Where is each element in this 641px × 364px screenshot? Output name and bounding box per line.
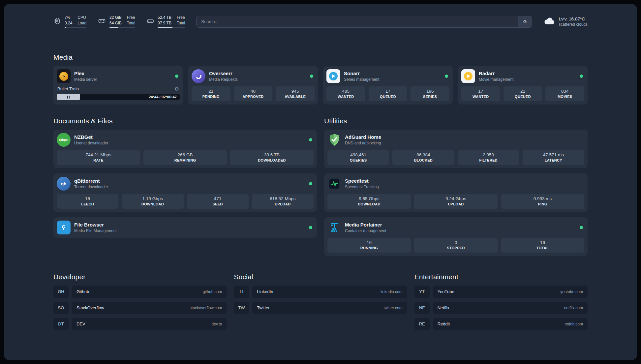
search-provider-button[interactable]: G [518, 16, 532, 27]
service-name: NZBGet [74, 134, 108, 140]
stat-queries: 498,461 QUERIES [327, 150, 389, 165]
bookmark-name: StackOverflow [76, 305, 186, 310]
service-card-nzbget[interactable]: nzbget NZBGet Usenet downloader 744.21 M… [53, 130, 317, 168]
nzbget-icon: nzbget [57, 133, 71, 147]
search-bar: G [196, 16, 532, 28]
service-card-qbittorrent[interactable]: qb qBittorrent Torrent downloader 16 LEE… [53, 173, 317, 212]
stat-blocked: 86,384 BLOCKED [392, 150, 454, 165]
service-card-filebrowser[interactable]: File Browser Media File Management [53, 217, 317, 238]
bookmark-name: Twitter [257, 305, 380, 310]
status-dot [310, 75, 313, 78]
memory-widget: 22 GiB 64 GiB Free Total [98, 15, 135, 28]
bookmark-github[interactable]: GH Github github.com [53, 286, 227, 298]
weather-condition: scattered clouds [559, 22, 588, 27]
search-input[interactable] [197, 16, 518, 27]
bookmark-domain: stackoverflow.com [190, 306, 222, 310]
cpu-load-label: Load [77, 21, 86, 26]
memory-progress-bar [109, 27, 135, 28]
section-title-utilities: Utilities [324, 117, 588, 125]
service-description: Speedtest Tracking [345, 185, 379, 189]
service-name: Radarr [479, 71, 513, 76]
service-card-adguard[interactable]: AdGuard Home DNS and adblocking 498,461 … [324, 130, 588, 168]
service-description: Media File Management [74, 228, 117, 233]
bookmark-abbr: YT [414, 286, 430, 298]
bookmark-linkedin[interactable]: LI LinkedIn linkedin.com [234, 286, 407, 298]
service-name: Sonarr [344, 71, 379, 76]
stat-leech: 16 LEECH [57, 194, 118, 209]
bookmark-name: Github [76, 289, 199, 294]
adguard-icon [327, 133, 341, 147]
bookmark-youtube[interactable]: YT YouTube youtube.com [414, 286, 588, 298]
section-title-social: Social [234, 273, 407, 281]
status-dot [580, 75, 583, 78]
service-card-plex[interactable]: > Plex Media server Bullet Train ⚙ [53, 66, 183, 105]
bookmark-stackoverflow[interactable]: SO StackOverflow stackoverflow.com [53, 302, 227, 314]
status-dot [175, 75, 178, 78]
section-title-entertainment: Entertainment [414, 273, 588, 281]
status-dot [445, 75, 448, 78]
status-dot [309, 226, 312, 229]
cpu-widget: 7% 3.24 CPU Load [53, 15, 86, 28]
cpu-load-value: 3.24 [65, 21, 72, 26]
stat-wanted: 485 WANTED [326, 86, 365, 101]
playback-progress-bar[interactable]: 24:44 / 02:06:47 [57, 94, 180, 100]
disk-icon [146, 17, 154, 26]
bookmark-domain: dev.to [212, 322, 222, 326]
service-description: Media server [74, 77, 97, 82]
bookmark-dev[interactable]: DT DEV dev.to [53, 318, 227, 330]
section-media: Media > Plex Media server Bullet Train [53, 53, 588, 105]
bookmark-domain: reddit.com [565, 322, 583, 326]
stat-pending: 21 PENDING [192, 86, 230, 101]
disk-free-label: Free [177, 15, 185, 20]
disk-progress-bar [158, 27, 185, 28]
service-name: Overseerr [209, 71, 238, 76]
bookmark-abbr: SO [53, 302, 69, 314]
memory-total-value: 64 GiB [109, 21, 122, 26]
bookmark-abbr: GH [53, 286, 69, 298]
service-card-overseerr[interactable]: Overseerr Media Requests 21 PENDING 40 A… [188, 66, 318, 105]
bookmark-abbr: TW [234, 302, 249, 314]
topbar-divider [53, 34, 588, 34]
stat-stopped: 0 STOPPED [414, 238, 498, 253]
bookmark-reddit[interactable]: RE Reddit reddit.com [414, 318, 588, 330]
stat-running: 16 RUNNING [327, 238, 411, 253]
service-card-sonarr[interactable]: Sonarr Series management 485 WANTED 17 Q… [323, 66, 453, 105]
stat-download: 1.19 Gbps DOWNLOAD [122, 194, 183, 209]
bookmark-group-social: Social LI LinkedIn linkedin.com TW Twitt… [234, 273, 407, 334]
stat-movies: 834 MOVIES [545, 86, 584, 101]
bookmark-domain: youtube.com [560, 289, 583, 294]
bookmark-abbr: NF [414, 302, 430, 314]
service-description: Torrent downloader [74, 185, 108, 189]
service-description: Container management [345, 228, 386, 233]
bookmark-netflix[interactable]: NF Netflix netflix.com [414, 302, 588, 314]
gear-icon[interactable]: ⚙ [175, 86, 179, 91]
bookmark-name: Reddit [438, 321, 561, 326]
section-documents: Documents & Files nzbget NZBGet Usenet d… [53, 117, 317, 238]
now-playing-title: Bullet Train [57, 86, 79, 91]
service-card-radarr[interactable]: Radarr Movie management 17 WANTED 22 QUE… [458, 66, 588, 105]
service-name: File Browser [74, 222, 117, 228]
service-card-portainer[interactable]: Media Portainer Container management 16 … [324, 217, 588, 256]
cloud-icon [543, 17, 555, 27]
bookmark-domain: linkedin.com [381, 289, 403, 294]
bookmark-twitter[interactable]: TW Twitter twitter.com [234, 302, 407, 314]
stat-download: 9.65 Gbps DOWNLOAD [327, 194, 411, 209]
service-name: qBittorrent [74, 178, 108, 184]
stat-filtered: 2,953 FILTERED [458, 150, 519, 165]
bookmark-domain: twitter.com [383, 306, 402, 310]
status-dot [580, 226, 583, 229]
pause-icon[interactable] [67, 96, 70, 99]
stat-total: 16 TOTAL [501, 238, 584, 253]
service-name: Plex [74, 71, 97, 76]
cpu-progress-bar [65, 27, 86, 28]
bookmark-name: LinkedIn [257, 289, 377, 294]
bookmark-abbr: DT [53, 318, 69, 330]
service-name: Media Portainer [345, 222, 386, 228]
overseerr-icon [192, 69, 205, 83]
stat-approved: 40 APPROVED [234, 86, 273, 101]
disk-free-value: 52.4 TB [158, 15, 171, 20]
service-card-speedtest[interactable]: Speedtest Speedtest Tracking 9.65 Gbps D… [324, 173, 588, 212]
filebrowser-icon [57, 221, 71, 234]
stat-wanted: 17 WANTED [461, 86, 500, 101]
service-name: AdGuard Home [345, 134, 381, 140]
